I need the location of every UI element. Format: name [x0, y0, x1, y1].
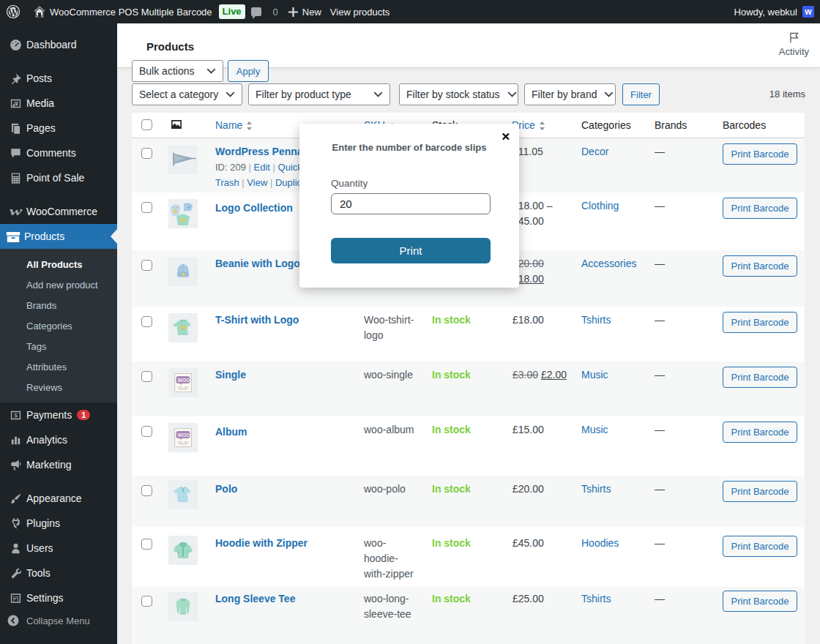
svg-text:w: w [10, 205, 23, 218]
svg-text:WOO: WOO [178, 433, 190, 438]
svg-text:WOO: WOO [178, 378, 190, 383]
